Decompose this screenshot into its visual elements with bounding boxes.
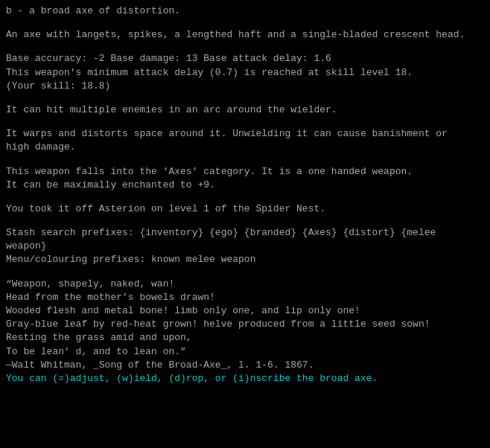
text-line: Menu/colouring prefixes: known melee wea… [6, 253, 484, 266]
game-text-display: b - a broad axe of distortion.An axe wit… [6, 4, 484, 385]
text-line: To be lean’ d, and to lean on.” [6, 345, 484, 359]
text-line: It warps and distorts space around it. U… [6, 127, 484, 141]
text-line: This weapon falls into the 'Axes' catego… [6, 165, 484, 179]
text-line: Wooded flesh and metal bone! limb only o… [6, 304, 484, 318]
text-line: Base accuracy: -2 Base damage: 13 Base a… [6, 52, 484, 65]
text-gap [6, 117, 484, 127]
text-line: It can be maximally enchanted to +9. [6, 179, 484, 192]
text-line: It can hit multiple enemies in an arc ar… [6, 103, 484, 117]
text-line: You took it off Asterion on level 1 of t… [6, 202, 484, 216]
text-gap [6, 155, 484, 165]
text-line: weapon} [6, 240, 484, 253]
text-line: This weapon's minimum attack delay (0.7)… [6, 66, 484, 80]
text-gap [6, 42, 484, 52]
text-line: b - a broad axe of distortion. [6, 4, 484, 18]
text-gap [6, 192, 484, 202]
text-line: Resting the grass amid and upon, [6, 331, 484, 345]
text-line: —Walt Whitman, _Song of the Broad-Axe_, … [6, 359, 484, 372]
text-line: Head from the mother’s bowels drawn! [6, 291, 484, 304]
text-line: Stash search prefixes: {inventory} {ego}… [6, 226, 484, 240]
text-gap [6, 267, 484, 278]
text-gap [6, 216, 484, 226]
text-line: “Weapon, shapely, naked, wan! [6, 278, 484, 291]
text-line: Gray-blue leaf by red-heat grown! helve … [6, 318, 484, 331]
text-line: high damage. [6, 141, 484, 154]
text-line: (Your skill: 18.8) [6, 80, 484, 93]
text-line: You can (=)adjust, (w)ield, (d)rop, or (… [6, 372, 484, 385]
text-line: An axe with langets, spikes, a lengthed … [6, 28, 484, 42]
text-gap [6, 18, 484, 28]
text-gap [6, 93, 484, 103]
